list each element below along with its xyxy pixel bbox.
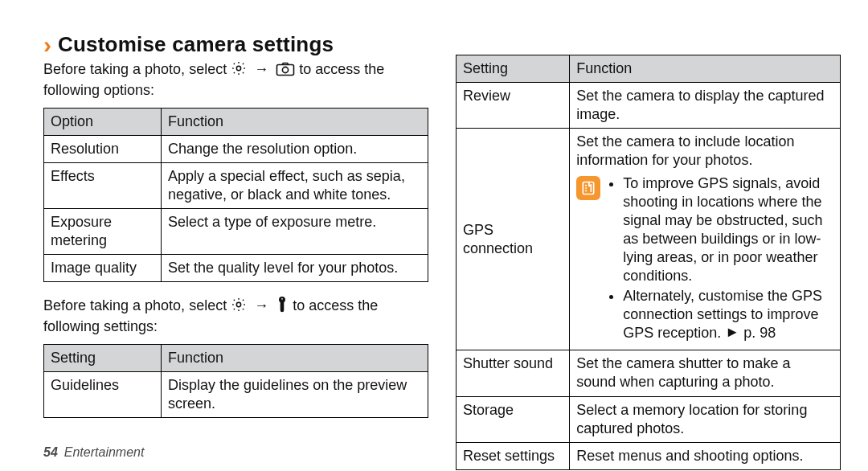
cell: Reset menus and shooting options. bbox=[570, 442, 841, 469]
table-row: Exposure meteringSelect a type of exposu… bbox=[44, 209, 428, 255]
arrow: → bbox=[254, 61, 268, 77]
col-function: Function bbox=[162, 109, 428, 136]
col-function: Function bbox=[162, 345, 428, 372]
heading-row: › Customise camera settings bbox=[43, 32, 428, 57]
cell: Apply a special effect, such as sepia, n… bbox=[162, 163, 428, 209]
col-option: Option bbox=[44, 109, 162, 136]
gear-icon bbox=[231, 60, 247, 81]
arrow: → bbox=[254, 297, 268, 313]
intro-options: Before taking a photo, select → to acces… bbox=[43, 60, 428, 100]
cell: Exposure metering bbox=[44, 209, 162, 255]
text: Before taking a photo, select bbox=[43, 61, 231, 77]
footer: 54 Entertainment bbox=[43, 445, 144, 460]
table-row: ReviewSet the camera to display the capt… bbox=[457, 83, 841, 129]
settings-table-left: Setting Function GuidelinesDisplay the g… bbox=[43, 344, 428, 418]
col-function: Function bbox=[570, 55, 841, 83]
svg-point-0 bbox=[236, 66, 240, 70]
cell: Image quality bbox=[44, 255, 162, 282]
cell: Display the guidelines on the preview sc… bbox=[162, 372, 428, 418]
table-row: Image qualitySet the quality level for y… bbox=[44, 255, 428, 282]
list-item: Alternately, customise the GPS connectio… bbox=[623, 287, 833, 342]
cell: Set the quality level for your photos. bbox=[162, 255, 428, 282]
options-table: Option Function ResolutionChange the res… bbox=[43, 108, 428, 282]
note-list: To improve GPS signals, avoid shooting i… bbox=[608, 174, 833, 344]
table-row: StorageSelect a memory location for stor… bbox=[457, 396, 841, 442]
cell: Storage bbox=[457, 396, 570, 442]
cell: Guidelines bbox=[44, 372, 162, 418]
table-row: EffectsApply a special effect, such as s… bbox=[44, 163, 428, 209]
svg-point-2 bbox=[283, 67, 289, 72]
table-row: ResolutionChange the resolution option. bbox=[44, 136, 428, 163]
text: Alternately, customise the GPS connectio… bbox=[623, 288, 822, 341]
cell: Select a memory location for storing cap… bbox=[570, 396, 841, 442]
intro-settings: Before taking a photo, select → to acces… bbox=[43, 297, 428, 336]
cell: Select a type of exposure metre. bbox=[162, 209, 428, 255]
table-row: Shutter soundSet the camera shutter to m… bbox=[457, 350, 841, 396]
text: Before taking a photo, select bbox=[43, 297, 231, 313]
page-ref: p. 98 bbox=[743, 325, 776, 341]
page-number: 54 bbox=[43, 445, 58, 460]
camera-icon bbox=[276, 62, 295, 81]
right-column: Setting Function ReviewSet the camera to… bbox=[456, 32, 841, 471]
table-row: GuidelinesDisplay the guidelines on the … bbox=[44, 372, 428, 418]
chevron-icon: › bbox=[43, 33, 51, 57]
triangle-icon: ► bbox=[725, 323, 739, 342]
col-setting: Setting bbox=[44, 345, 162, 372]
wrench-icon bbox=[276, 297, 289, 317]
svg-rect-1 bbox=[277, 65, 294, 76]
table-header-row: Setting Function bbox=[457, 55, 841, 83]
cell: GPS connection bbox=[457, 129, 570, 350]
left-column: › Customise camera settings Before takin… bbox=[43, 32, 428, 471]
cell: Change the resolution option. bbox=[162, 136, 428, 163]
table-row: Reset settingsReset menus and shooting o… bbox=[457, 442, 841, 469]
cell: Reset settings bbox=[457, 442, 570, 469]
page-title: Customise camera settings bbox=[58, 32, 334, 57]
list-item: To improve GPS signals, avoid shooting i… bbox=[623, 174, 833, 285]
section-name: Entertainment bbox=[64, 445, 145, 460]
cell: Set the camera to display the captured i… bbox=[570, 83, 841, 129]
cell: Resolution bbox=[44, 136, 162, 163]
cell: Set the camera shutter to make a sound w… bbox=[570, 350, 841, 396]
note-block: To improve GPS signals, avoid shooting i… bbox=[576, 174, 833, 344]
gear-icon bbox=[231, 297, 247, 317]
cell: Review bbox=[457, 83, 570, 129]
table-header-row: Setting Function bbox=[44, 345, 428, 372]
cell-gps-function: Set the camera to include location infor… bbox=[570, 129, 841, 350]
page: › Customise camera settings Before takin… bbox=[0, 0, 868, 471]
col-setting: Setting bbox=[457, 55, 570, 83]
table-header-row: Option Function bbox=[44, 109, 428, 136]
settings-table-right: Setting Function ReviewSet the camera to… bbox=[456, 55, 841, 470]
cell: Shutter sound bbox=[457, 350, 570, 396]
note-icon bbox=[576, 176, 600, 200]
table-row-gps: GPS connection Set the camera to include… bbox=[457, 129, 841, 350]
cell: Effects bbox=[44, 163, 162, 209]
gps-intro: Set the camera to include location infor… bbox=[576, 133, 833, 170]
svg-point-3 bbox=[236, 303, 240, 307]
